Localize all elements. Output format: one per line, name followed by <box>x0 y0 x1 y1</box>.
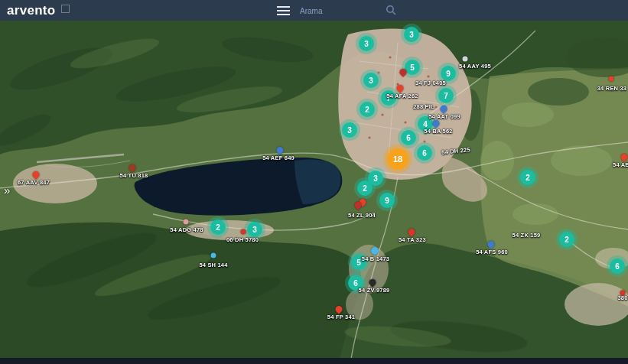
vehicle-pin-icon[interactable] <box>439 104 449 114</box>
marker-layer: 33593772346618232923256654 AAY 49534 REN… <box>0 0 628 364</box>
vehicle-pin-icon[interactable] <box>211 253 216 258</box>
vehicle-label[interactable]: 34 REN 33 <box>597 85 627 92</box>
cluster-marker[interactable]: 3 <box>363 73 379 88</box>
vehicle-label[interactable]: 54 TU 818 <box>120 172 148 179</box>
vehicle-pin-icon[interactable] <box>463 57 468 62</box>
vehicle-pin-icon[interactable] <box>609 76 614 82</box>
top-bar: arvento Arama <box>0 0 628 21</box>
search-icon <box>385 4 397 16</box>
vehicle-pin-icon[interactable] <box>620 152 628 162</box>
vehicle-label[interactable]: 54 ADG 478 <box>170 226 203 233</box>
vehicle-label[interactable]: 06 DH 5780 <box>226 236 259 243</box>
vehicle-label[interactable]: 34 FJ 0405 <box>415 80 446 86</box>
vehicle-label[interactable]: 54 TA 323 <box>399 236 426 243</box>
footer-bar <box>0 358 628 364</box>
cluster-marker[interactable]: 3 <box>342 122 357 138</box>
vehicle-label[interactable]: 54 AFS 960 <box>476 249 508 255</box>
cluster-marker[interactable]: 2 <box>357 180 373 196</box>
vehicle-label[interactable]: 67 AAV 847 <box>18 179 50 186</box>
vehicle-pin-icon[interactable] <box>486 239 496 249</box>
arvento-tracking-app: 33593772346618232923256654 AAY 49534 REN… <box>0 0 628 364</box>
cluster-marker[interactable]: 2 <box>559 232 574 247</box>
cluster-marker[interactable]: 7 <box>438 88 454 103</box>
vehicle-label[interactable]: 54 ZK 159 <box>512 232 541 239</box>
vehicle-label[interactable]: 54 AFA 262 <box>386 93 418 99</box>
vehicle-label[interactable]: 54 BA 562 <box>424 128 452 135</box>
search-menu-label[interactable]: Arama <box>300 7 322 15</box>
vehicle-label[interactable]: 54 AEF 649 <box>262 154 294 161</box>
cluster-marker[interactable]: 6 <box>417 145 432 161</box>
cluster-marker[interactable]: 6 <box>401 130 416 145</box>
vehicle-pin-icon[interactable] <box>371 247 379 255</box>
vehicle-pin-icon[interactable] <box>368 278 378 288</box>
cluster-marker[interactable]: 3 <box>404 27 419 42</box>
cluster-marker[interactable]: 9 <box>441 66 456 81</box>
vehicle-label[interactable]: 54 AAY 495 <box>459 63 491 70</box>
vehicle-pin-icon[interactable] <box>407 227 417 237</box>
vehicle-pin-icon[interactable] <box>241 229 246 235</box>
vehicle-label[interactable]: 288 PIL <box>413 103 434 110</box>
search-button[interactable] <box>385 4 397 16</box>
vehicle-pin-icon[interactable] <box>275 145 285 155</box>
cluster-marker[interactable]: 9 <box>379 193 395 208</box>
arvento-logo: arvento <box>7 3 56 18</box>
vehicle-label[interactable]: 54 AAT 099 <box>428 113 460 120</box>
vehicle-label[interactable]: 54 AB <box>613 161 628 168</box>
cluster-marker[interactable]: 2 <box>210 219 226 235</box>
logo-badge-icon <box>61 5 70 13</box>
vehicle-pin-icon[interactable] <box>395 83 405 93</box>
vehicle-label[interactable]: 54 DH 225 <box>441 146 470 156</box>
cluster-marker[interactable]: 3 <box>359 36 374 51</box>
cluster-marker[interactable]: 6 <box>610 258 625 274</box>
vehicle-label[interactable]: 54 FP 341 <box>327 314 355 320</box>
cluster-marker[interactable]: 18 <box>387 148 408 170</box>
vehicle-label[interactable]: 54 B 1473 <box>362 255 389 262</box>
cluster-marker[interactable]: 2 <box>360 102 375 117</box>
cluster-marker[interactable]: 2 <box>520 170 535 185</box>
vehicle-label[interactable]: 380 <box>617 294 627 301</box>
cluster-marker[interactable]: 5 <box>405 60 420 75</box>
vehicle-pin-icon[interactable] <box>184 219 189 225</box>
vehicle-label[interactable]: 54 SH 144 <box>199 262 227 268</box>
cluster-marker[interactable]: 3 <box>247 222 262 237</box>
vehicle-label[interactable]: 54 ZV 9789 <box>359 287 390 294</box>
menu-icon[interactable] <box>277 6 290 15</box>
vehicle-pin-icon[interactable] <box>334 304 344 314</box>
vehicle-pin-icon[interactable] <box>128 163 138 173</box>
expand-arrow-icon[interactable]: » <box>4 184 10 197</box>
vehicle-label[interactable]: 54 ZL 904 <box>348 212 376 219</box>
vehicle-pin-icon[interactable] <box>31 170 41 180</box>
